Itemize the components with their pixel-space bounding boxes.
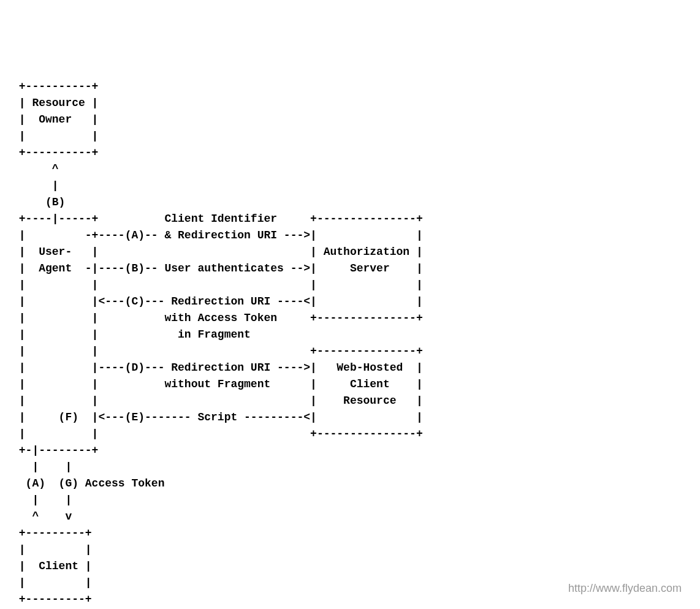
diagram-line-25: | | (12, 494, 72, 506)
diagram-line-13: | |<---(C)--- Redirection URI ----<| | (12, 295, 423, 308)
diagram-line-7: (B) (12, 196, 65, 208)
diagram-line-9: | -+----(A)-- & Redirection URI --->| | (12, 229, 423, 241)
diagram-line-27: +---------+ (12, 527, 92, 539)
diagram-line-4: +----------+ (12, 146, 98, 159)
diagram-line-30: | | (12, 577, 92, 589)
diagram-line-12: | | | | (12, 279, 423, 291)
diagram-line-20: | (F) |<---(E)------- Script ---------<|… (12, 411, 423, 423)
diagram-line-29: | Client | (12, 560, 92, 572)
diagram-line-23: | | (12, 461, 72, 473)
diagram-line-0: +----------+ (12, 80, 98, 93)
diagram-line-6: | (12, 180, 59, 192)
diagram-line-11: | Agent -|----(B)-- User authenticates -… (12, 262, 423, 274)
ascii-diagram: +----------+ | Resource | | Owner | | | … (12, 78, 688, 608)
diagram-line-26: ^ v (12, 510, 72, 523)
diagram-line-31: +---------+ (12, 593, 92, 605)
diagram-line-17: | |----(D)--- Redirection URI ---->| Web… (12, 361, 423, 374)
diagram-line-16: | | +---------------+ (12, 345, 423, 357)
diagram-line-28: | | (12, 543, 92, 556)
diagram-line-15: | | in Fragment (12, 328, 251, 341)
diagram-line-8: +----|-----+ Client Identifier +--------… (12, 213, 423, 225)
diagram-line-2: | Owner | (12, 113, 98, 126)
diagram-line-18: | | without Fragment | Client | (12, 378, 423, 390)
watermark: http://www.flydean.com (568, 580, 682, 597)
diagram-line-22: +-|--------+ (12, 444, 98, 456)
diagram-line-14: | | with Access Token +---------------+ (12, 312, 423, 324)
diagram-line-21: | | +---------------+ (12, 428, 423, 440)
diagram-line-24: (A) (G) Access Token (12, 477, 164, 490)
diagram-line-19: | | | Resource | (12, 395, 423, 407)
diagram-line-3: | | (12, 130, 98, 142)
diagram-line-5: ^ (12, 163, 59, 175)
diagram-line-1: | Resource | (12, 97, 98, 109)
diagram-line-10: | User- | | Authorization | (12, 246, 423, 258)
